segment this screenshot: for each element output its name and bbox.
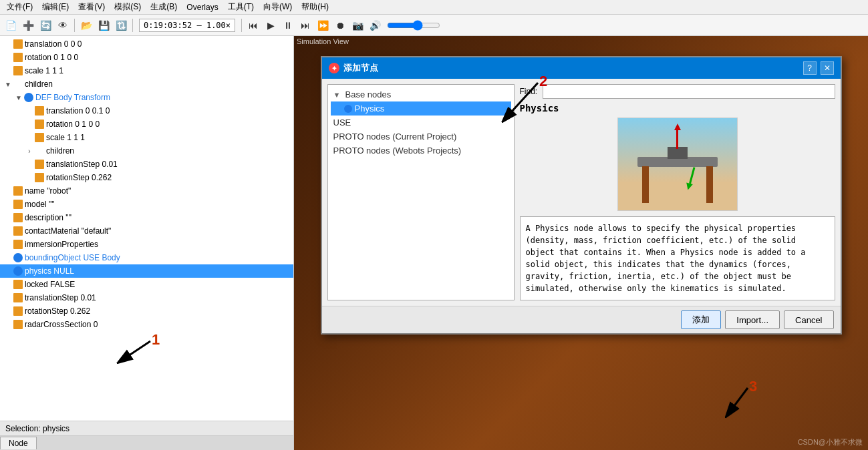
tree-item-transstep2[interactable]: translationStep 0.01: [0, 291, 293, 304]
base-nodes-expander[interactable]: ▼: [333, 91, 343, 99]
expander: [3, 306, 13, 316]
menu-file[interactable]: 文件(F): [3, 0, 37, 14]
tree-item-translation2[interactable]: translation 0 0.1 0: [0, 104, 293, 118]
scene-tree-panel: translation 0 0 0 rotation 0 1 0 0 scale…: [0, 36, 294, 450]
info-description: A Physics node allows to specify the phy…: [520, 216, 835, 300]
rewind-btn[interactable]: ⏮: [245, 17, 261, 33]
volume-btn[interactable]: 🔊: [367, 17, 383, 33]
tree-item-children2[interactable]: › children: [0, 144, 293, 158]
tree-item-model[interactable]: model "": [0, 198, 293, 211]
status-text: Selection: physics: [5, 424, 69, 433]
screenshot-btn[interactable]: 📷: [349, 17, 366, 33]
icon-orange: [13, 226, 23, 236]
tree-item-rotation2[interactable]: rotation 0 1 0 0: [0, 118, 293, 131]
tree-item-scale[interactable]: scale 1 1 1: [0, 64, 293, 77]
tree-item-locked[interactable]: locked FALSE: [0, 278, 293, 291]
dialog-tree-physics[interactable]: Physics: [331, 101, 511, 116]
menu-build[interactable]: 生成(B): [146, 0, 181, 14]
pause-btn[interactable]: ⏸: [280, 17, 296, 33]
menu-wizard[interactable]: 向导(W): [259, 0, 296, 14]
expander: [24, 159, 35, 170]
cancel-button[interactable]: Cancel: [784, 310, 833, 329]
menu-help[interactable]: 帮助(H): [297, 0, 333, 14]
tree-item-translation[interactable]: translation 0 0 0: [0, 37, 293, 51]
tree-item-rotstep1[interactable]: rotationStep 0.262: [0, 171, 293, 184]
tree-item-physics[interactable]: physics NULL: [0, 264, 293, 278]
toolbar-folder-btn[interactable]: 📂: [78, 17, 94, 33]
icon-blue: [13, 253, 23, 262]
item-label: physics NULL: [25, 266, 74, 276]
item-label: model "": [25, 200, 55, 209]
item-label: translationStep 0.01: [25, 293, 96, 302]
toolbar-save-btn[interactable]: 💾: [96, 17, 112, 33]
tree-item-contact[interactable]: contactMaterial "default": [0, 224, 293, 238]
record-btn[interactable]: ⏺: [332, 17, 348, 33]
icon-orange: [13, 240, 23, 249]
icon-orange: [13, 200, 23, 209]
item-label: DEF Body Transform: [35, 93, 110, 102]
dialog-node-tree[interactable]: ▼ Base nodes Physics USE PROTO nodes (Cu…: [327, 84, 515, 300]
tree-item-immersion[interactable]: immersionProperties: [0, 238, 293, 251]
fast-forward-btn[interactable]: ⏭: [297, 17, 313, 33]
add-button[interactable]: 添加: [681, 310, 721, 329]
icon-blue: [13, 266, 23, 276]
toolbar-eye-btn[interactable]: 👁: [55, 17, 71, 33]
expander-children[interactable]: ▼: [3, 79, 13, 89]
item-label: immersionProperties: [25, 240, 98, 249]
dialog-tree-proto-webots[interactable]: PROTO nodes (Webots Projects): [331, 144, 511, 158]
toolbar-new-btn[interactable]: 📄: [3, 17, 19, 33]
toolbar-add-btn[interactable]: ➕: [20, 17, 36, 33]
menu-edit[interactable]: 编辑(E): [38, 0, 73, 14]
icon-none: [13, 79, 23, 89]
find-input[interactable]: [543, 84, 835, 99]
dialog-help-btn[interactable]: ?: [803, 61, 817, 75]
tree-item-children[interactable]: ▼ children: [0, 77, 293, 91]
expander: [3, 266, 13, 276]
tree-item-name[interactable]: name "robot": [0, 184, 293, 198]
physics-label: Physics: [355, 103, 385, 114]
tree-item-body-transform[interactable]: ▼ DEF Body Transform: [0, 91, 293, 104]
info-title: Physics: [520, 103, 835, 114]
sim-view: Simulation View ✦ 添加节点 ? ✕: [294, 36, 868, 450]
menu-overlays[interactable]: Overlays: [182, 1, 222, 13]
icon-orange: [13, 320, 23, 329]
tree-item-transstep1[interactable]: translationStep 0.01: [0, 158, 293, 171]
skip-btn[interactable]: ⏩: [315, 17, 331, 33]
dialog-controls: ? ✕: [803, 61, 834, 75]
toolbar-refresh-btn[interactable]: 🔄: [37, 17, 53, 33]
physics-icon: [344, 105, 352, 113]
menu-tools[interactable]: 工具(T): [224, 0, 258, 14]
volume-slider[interactable]: [387, 20, 440, 31]
icon-orange: [13, 53, 23, 62]
tree-item-scale2[interactable]: scale 1 1 1: [0, 131, 293, 144]
tree-item-rotation[interactable]: rotation 0 1 0 0: [0, 51, 293, 64]
expander: [3, 199, 13, 210]
expander-body[interactable]: ▼: [13, 92, 24, 103]
dialog-overlay: ✦ 添加节点 ? ✕ ▼ Base nodes: [294, 36, 868, 450]
expander-children2[interactable]: ›: [24, 146, 35, 156]
play-btn[interactable]: ▶: [263, 17, 279, 33]
main-layout: translation 0 0 0 rotation 0 1 0 0 scale…: [0, 36, 868, 450]
expander: [3, 252, 13, 263]
import-button[interactable]: Import...: [725, 310, 780, 329]
scene-tree-content[interactable]: translation 0 0 0 rotation 0 1 0 0 scale…: [0, 36, 293, 421]
item-label: translation 0 0 0: [25, 39, 82, 49]
tree-item-bounding[interactable]: boundingObject USE Body: [0, 251, 293, 264]
dialog-tree-base-nodes[interactable]: ▼ Base nodes: [331, 87, 511, 101]
expander: [24, 172, 35, 183]
node-tab[interactable]: Node: [0, 437, 37, 449]
dialog-tree-proto-current[interactable]: PROTO nodes (Current Project): [331, 130, 511, 144]
toolbar-reload-btn[interactable]: 🔃: [113, 17, 129, 33]
menu-view[interactable]: 查看(V): [74, 0, 109, 14]
dialog-body: ▼ Base nodes Physics USE PROTO nodes (Cu…: [322, 79, 841, 306]
tree-item-rotstep2[interactable]: rotationStep 0.262: [0, 304, 293, 318]
tree-item-description[interactable]: description "": [0, 211, 293, 224]
dialog-close-btn[interactable]: ✕: [821, 61, 834, 75]
tree-item-radar[interactable]: radarCrossSection 0: [0, 318, 293, 331]
toolbar-sep3: [241, 19, 242, 32]
menu-simulate[interactable]: 模拟(S): [110, 0, 145, 14]
icon-none: [35, 146, 44, 156]
dialog-tree-use[interactable]: USE: [331, 116, 511, 130]
use-label: USE: [333, 118, 351, 128]
expander: [3, 39, 13, 49]
